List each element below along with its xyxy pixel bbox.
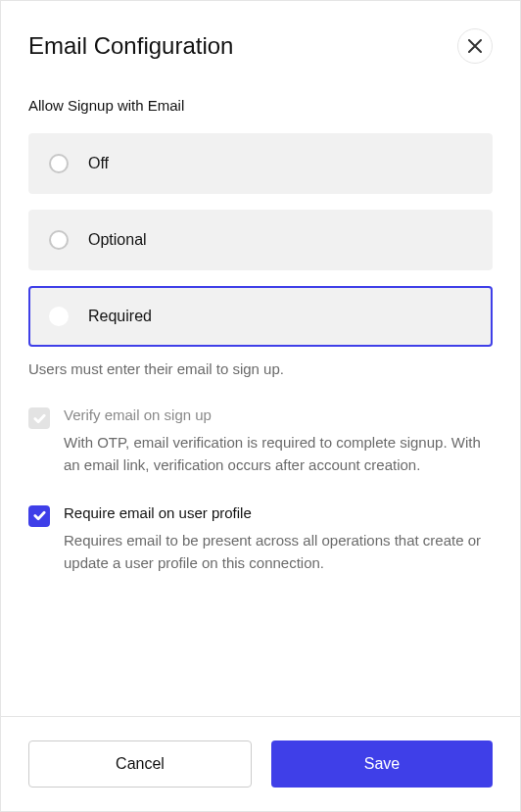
checkbox-verify-email: Verify email on sign up With OTP, email … xyxy=(28,406,493,477)
check-icon xyxy=(33,412,46,425)
section-label: Allow Signup with Email xyxy=(28,97,493,114)
radio-icon xyxy=(49,230,69,250)
radio-label: Required xyxy=(88,308,152,325)
checkbox-content: Verify email on sign up With OTP, email … xyxy=(64,406,493,477)
checkbox-label: Verify email on sign up xyxy=(64,406,493,423)
email-config-dialog: Email Configuration Allow Signup with Em… xyxy=(0,0,521,812)
radio-label: Off xyxy=(88,155,109,172)
radio-icon xyxy=(49,307,69,326)
radio-option-required[interactable]: Required xyxy=(28,286,493,347)
close-button[interactable] xyxy=(457,28,493,64)
dialog-header: Email Configuration xyxy=(28,28,493,64)
radio-icon xyxy=(49,154,69,173)
dialog-title: Email Configuration xyxy=(28,32,233,60)
checkbox-require-email[interactable]: Require email on user profile Requires e… xyxy=(28,504,493,575)
checkbox-input-disabled xyxy=(28,407,50,429)
save-button[interactable]: Save xyxy=(271,740,493,788)
signup-radio-group: Off Optional Required xyxy=(28,133,493,347)
radio-option-optional[interactable]: Optional xyxy=(28,210,493,270)
checkbox-description: With OTP, email verification is required… xyxy=(64,431,493,477)
checkbox-label: Require email on user profile xyxy=(64,504,493,521)
checkbox-content: Require email on user profile Requires e… xyxy=(64,504,493,575)
close-icon xyxy=(468,39,482,53)
radio-label: Optional xyxy=(88,231,147,249)
radio-option-off[interactable]: Off xyxy=(28,133,493,194)
dialog-content: Email Configuration Allow Signup with Em… xyxy=(1,1,520,716)
checkbox-input-checked[interactable] xyxy=(28,505,50,527)
check-icon xyxy=(33,509,46,522)
dialog-footer: Cancel Save xyxy=(1,716,520,811)
checkbox-description: Requires email to be present across all … xyxy=(64,529,493,575)
help-text: Users must enter their email to sign up. xyxy=(28,360,493,377)
cancel-button[interactable]: Cancel xyxy=(28,740,252,788)
